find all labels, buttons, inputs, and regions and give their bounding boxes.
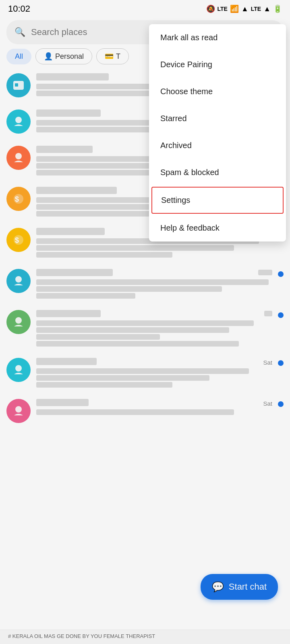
menu-item-spam-blocked[interactable]: Spam & blocked bbox=[149, 159, 286, 186]
menu-item-archived[interactable]: Archived bbox=[149, 132, 286, 159]
menu-item-choose-theme[interactable]: Choose theme bbox=[149, 78, 286, 105]
dropdown-menu: Mark all as read Device Pairing Choose t… bbox=[149, 24, 286, 242]
menu-item-mark-all-read[interactable]: Mark all as read bbox=[149, 24, 286, 51]
menu-item-starred[interactable]: Starred bbox=[149, 105, 286, 132]
menu-item-device-pairing[interactable]: Device Pairing bbox=[149, 51, 286, 78]
menu-item-help-feedback[interactable]: Help & feedback bbox=[149, 215, 286, 242]
menu-item-settings[interactable]: Settings bbox=[151, 187, 284, 214]
